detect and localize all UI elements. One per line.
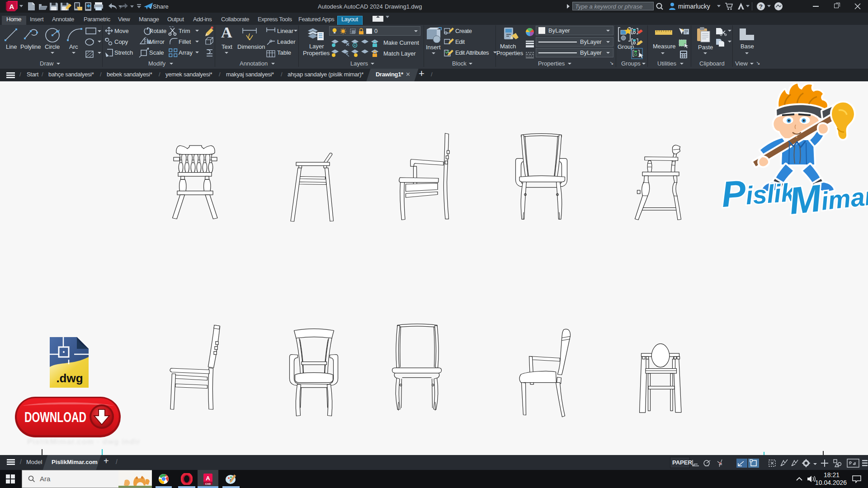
svg-text:A: A [9,3,14,10]
svg-text:Pislik: Pislik [720,177,797,215]
svg-text:A: A [206,475,210,482]
svg-text:?: ? [759,3,763,10]
svg-text:.dwg: .dwg [56,371,83,385]
svg-text:Mimar: Mimar [787,177,868,222]
svg-text:DOWNLOAD: DOWNLOAD [24,409,86,425]
svg-text:CAD: CAD [205,483,211,485]
